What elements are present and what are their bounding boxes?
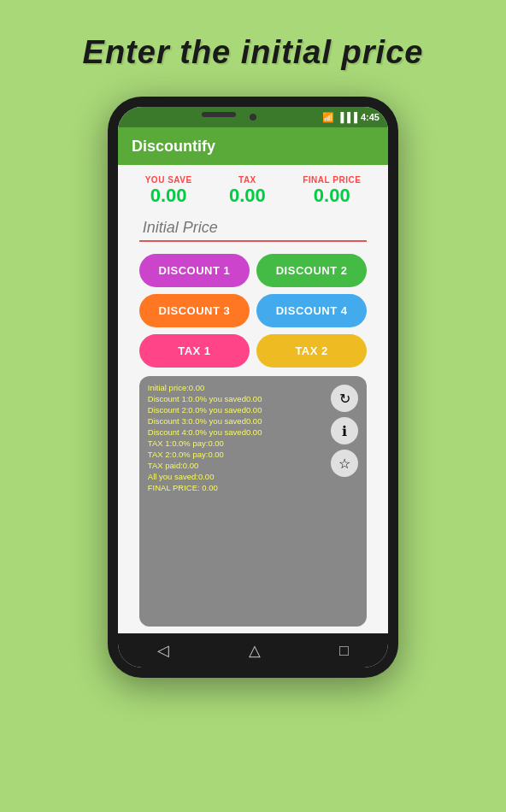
discount4-button[interactable]: DISCOUNT 4 (256, 294, 367, 327)
you-save-item: YOU SAVE 0.00 (145, 175, 192, 207)
phone-screen: 📶 ▐▐▐ 4:45 Discountify YOU SAVE 0.00 TAX… (118, 107, 388, 668)
final-price-item: FINAL PRICE 0.00 (303, 175, 361, 207)
info-button[interactable]: ℹ (331, 417, 358, 444)
tax2-button[interactable]: TAX 2 (256, 334, 367, 368)
price-input[interactable] (139, 215, 367, 240)
you-save-value: 0.00 (150, 185, 187, 207)
time-display: 4:45 (361, 112, 380, 122)
discount2-button[interactable]: DISCOUNT 2 (256, 254, 367, 287)
info-line: TAX 1:0.0% pay:0.00 (148, 438, 326, 448)
info-line: TAX paid:0.00 (148, 461, 326, 470)
info-box: Initial price:0.00Discount 1:0.0% you sa… (139, 376, 367, 627)
info-text-area: Initial price:0.00Discount 1:0.0% you sa… (148, 383, 326, 620)
tax-label: TAX (238, 175, 256, 185)
buttons-grid: DISCOUNT 1 DISCOUNT 2 DISCOUNT 3 DISCOUN… (139, 254, 367, 368)
info-actions: ↻ ℹ ☆ (331, 383, 358, 620)
tax-item: TAX 0.00 (229, 175, 266, 207)
home-button[interactable]: △ (249, 641, 261, 660)
info-line: TAX 2:0.0% pay:0.00 (148, 450, 326, 459)
app-bar: Discountify (118, 127, 388, 165)
price-input-container (139, 215, 367, 242)
info-line: Discount 2:0.0% you saved0.00 (148, 405, 326, 415)
info-line: Initial price:0.00 (148, 383, 326, 392)
refresh-button[interactable]: ↻ (331, 385, 358, 412)
info-line: FINAL PRICE: 0.00 (148, 483, 326, 492)
wifi-icon: 📶 (322, 112, 334, 123)
info-line: Discount 4:0.0% you saved0.00 (148, 427, 326, 437)
final-price-value: 0.00 (314, 185, 350, 207)
nav-bar: ◁ △ □ (118, 633, 388, 668)
status-icons: 📶 ▐▐▐ 4:45 (322, 112, 380, 123)
summary-row: YOU SAVE 0.00 TAX 0.00 FINAL PRICE 0.00 (126, 175, 380, 207)
page-title: Enter the initial price (83, 34, 424, 71)
star-button[interactable]: ☆ (331, 450, 358, 477)
info-line: Discount 1:0.0% you saved0.00 (148, 394, 326, 403)
final-price-label: FINAL PRICE (303, 175, 361, 185)
info-line: All you saved:0.00 (148, 472, 326, 481)
app-content: YOU SAVE 0.00 TAX 0.00 FINAL PRICE 0.00 … (118, 165, 388, 633)
discount1-button[interactable]: DISCOUNT 1 (139, 254, 250, 287)
phone-outer: 📶 ▐▐▐ 4:45 Discountify YOU SAVE 0.00 TAX… (108, 97, 398, 678)
app-title: Discountify (132, 138, 215, 156)
signal-icon: ▐▐▐ (338, 112, 357, 122)
info-line: Discount 3:0.0% you saved0.00 (148, 416, 326, 426)
you-save-label: YOU SAVE (145, 175, 192, 185)
back-button[interactable]: ◁ (157, 641, 169, 660)
recent-button[interactable]: □ (339, 642, 349, 660)
tax-value: 0.00 (229, 185, 266, 207)
tax1-button[interactable]: TAX 1 (139, 334, 250, 368)
discount3-button[interactable]: DISCOUNT 3 (139, 294, 250, 327)
